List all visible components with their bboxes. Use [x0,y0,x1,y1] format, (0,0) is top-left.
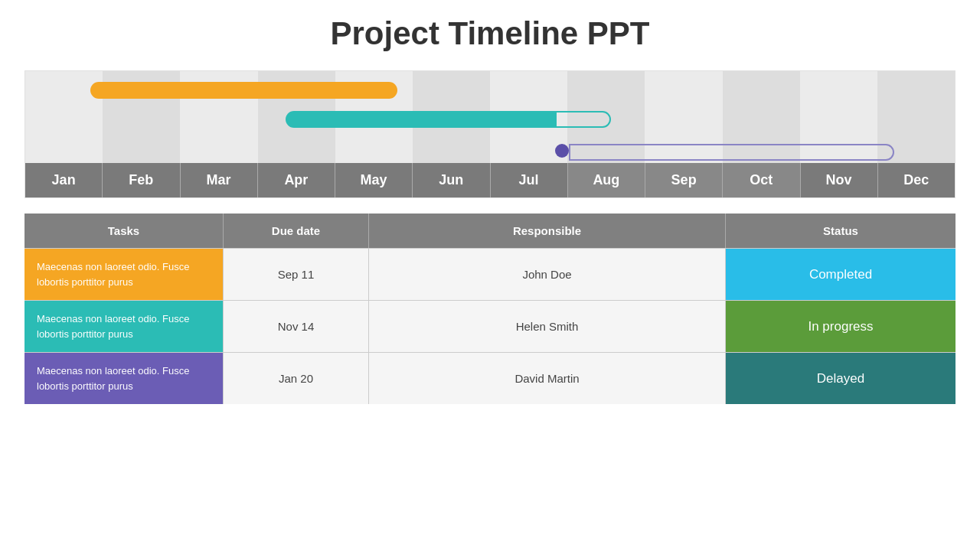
months-row: JanFebMarAprMayJunJulAugSepOctNovDec [25,163,955,197]
page-title: Project Timeline PPT [330,15,649,52]
month-cell-jul: Jul [491,163,568,197]
responsible-cell-0: John Doe [369,249,726,300]
gantt-bars-area [25,71,955,163]
gantt-bar-teal-outline [555,111,611,128]
gantt-bar-teal-filled [286,111,555,128]
task-table: Tasks Due date Responsible Status Maecen… [24,214,956,404]
month-cell-may: May [335,163,413,197]
month-cell-sep: Sep [645,163,723,197]
table-row-2: Maecenas non laoreet odio. Fusce loborti… [24,352,956,404]
task-cell-0: Maecenas non laoreet odio. Fusce loborti… [24,249,224,300]
month-cell-feb: Feb [103,163,180,197]
status-cell-2: Delayed [726,353,956,404]
col-due-header: Due date [224,214,369,248]
month-cell-nov: Nov [801,163,878,197]
gantt-bar-purple-outline [569,144,894,161]
month-cell-jan: Jan [25,163,103,197]
gantt-bar-orange [90,82,397,99]
task-cell-1: Maecenas non laoreet odio. Fusce loborti… [24,301,224,352]
col-status-header: Status [726,214,956,248]
table-row-1: Maecenas non laoreet odio. Fusce loborti… [24,300,956,352]
status-cell-0: Completed [726,249,956,300]
month-cell-oct: Oct [723,163,800,197]
responsible-cell-1: Helen Smith [369,301,726,352]
month-cell-jun: Jun [413,163,490,197]
due-cell-0: Sep 11 [224,249,369,300]
due-cell-2: Jan 20 [224,353,369,404]
col-tasks-header: Tasks [24,214,224,248]
month-cell-dec: Dec [878,163,955,197]
status-cell-1: In progress [726,301,956,352]
month-cell-apr: Apr [258,163,335,197]
responsible-cell-2: David Martin [369,353,726,404]
task-cell-2: Maecenas non laoreet odio. Fusce loborti… [24,353,224,404]
due-cell-1: Nov 14 [224,301,369,352]
gantt-chart: JanFebMarAprMayJunJulAugSepOctNovDec [24,70,956,198]
table-header: Tasks Due date Responsible Status [24,214,956,248]
month-cell-aug: Aug [568,163,645,197]
table-rows: Maecenas non laoreet odio. Fusce loborti… [24,248,956,404]
table-row-0: Maecenas non laoreet odio. Fusce loborti… [24,248,956,300]
month-cell-mar: Mar [181,163,258,197]
col-responsible-header: Responsible [369,214,726,248]
gantt-bar-purple-dot [555,144,569,158]
